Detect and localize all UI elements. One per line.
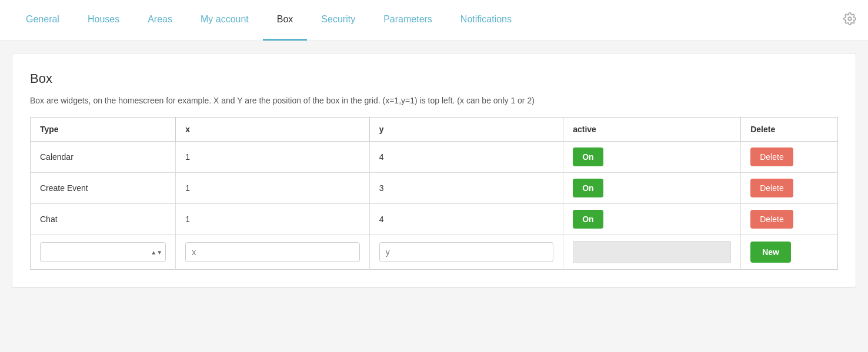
tab-houses[interactable]: Houses: [74, 0, 133, 41]
main-content: Box Box are widgets, on the homescreen f…: [12, 53, 856, 288]
tab-security[interactable]: Security: [307, 0, 369, 41]
page-title: Box: [30, 71, 838, 86]
tab-parameters[interactable]: Parameters: [369, 0, 446, 41]
page-description: Box are widgets, on the homescreen for e…: [30, 96, 838, 105]
col-header-delete: Delete: [741, 118, 838, 142]
cell-type: Chat: [31, 204, 176, 235]
cell-y: 4: [369, 142, 563, 173]
y-input[interactable]: [379, 242, 554, 262]
cell-new-active: [563, 235, 741, 270]
cell-type: Create Event: [31, 173, 176, 204]
svg-point-0: [848, 17, 852, 21]
active-on-button[interactable]: On: [573, 179, 603, 197]
cell-active: On: [563, 142, 741, 173]
active-placeholder: [573, 241, 731, 263]
nav-tabs: General Houses Areas My account Box Secu…: [12, 0, 843, 41]
type-select[interactable]: Calendar Create Event Chat: [40, 242, 166, 262]
type-input-wrap: Calendar Create Event Chat ▲▼: [40, 242, 166, 262]
cell-type: Calendar: [31, 142, 176, 173]
settings-gear-icon[interactable]: [843, 12, 856, 28]
cell-active: On: [563, 173, 741, 204]
cell-x: 1: [176, 173, 370, 204]
delete-button[interactable]: Delete: [750, 147, 793, 166]
cell-delete: Delete: [741, 204, 838, 235]
col-header-active: active: [563, 118, 741, 142]
new-button[interactable]: New: [750, 242, 791, 263]
box-table: Type x y active Delete Calendar 1 4 On D…: [30, 117, 838, 270]
cell-new-x: [176, 235, 370, 270]
tab-notifications[interactable]: Notifications: [446, 0, 526, 41]
cell-y: 4: [369, 204, 563, 235]
cell-new-type: Calendar Create Event Chat ▲▼: [31, 235, 176, 270]
cell-x: 1: [176, 204, 370, 235]
active-on-button[interactable]: On: [573, 210, 603, 229]
tab-my-account[interactable]: My account: [186, 0, 263, 41]
cell-active: On: [563, 204, 741, 235]
delete-button[interactable]: Delete: [750, 179, 793, 197]
cell-y: 3: [369, 173, 563, 204]
table-header-row: Type x y active Delete: [31, 118, 838, 142]
cell-delete: Delete: [741, 173, 838, 204]
cell-new-y: [369, 235, 563, 270]
cell-new-button: New: [741, 235, 838, 270]
table-row: Create Event 1 3 On Delete: [31, 173, 838, 204]
new-row: Calendar Create Event Chat ▲▼: [31, 235, 838, 270]
active-on-button[interactable]: On: [573, 147, 603, 166]
col-header-type: Type: [31, 118, 176, 142]
tab-box[interactable]: Box: [263, 0, 308, 41]
table-row: Chat 1 4 On Delete: [31, 204, 838, 235]
cell-x: 1: [176, 142, 370, 173]
top-navigation: General Houses Areas My account Box Secu…: [0, 0, 868, 41]
x-input[interactable]: [185, 242, 360, 262]
delete-button[interactable]: Delete: [750, 210, 793, 229]
cell-delete: Delete: [741, 142, 838, 173]
table-row: Calendar 1 4 On Delete: [31, 142, 838, 173]
col-header-x: x: [176, 118, 370, 142]
tab-general[interactable]: General: [12, 0, 74, 41]
tab-areas[interactable]: Areas: [133, 0, 186, 41]
col-header-y: y: [369, 118, 563, 142]
